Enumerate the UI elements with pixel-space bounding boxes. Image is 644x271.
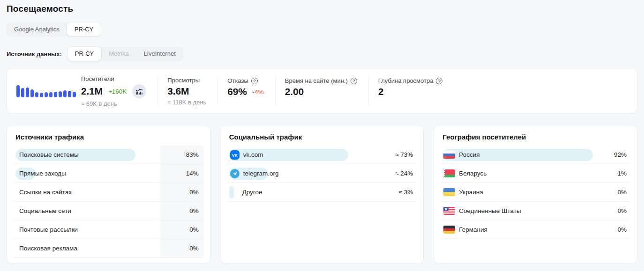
page-title: Посещаемость xyxy=(7,4,637,14)
source-percent: 14% xyxy=(160,164,203,183)
table-row: Украина 0% xyxy=(441,183,630,202)
sparkline-bar xyxy=(30,89,34,97)
provider-tab-group: Google Analytics PR-CY xyxy=(7,22,101,37)
metric-views-label: Просмотры xyxy=(167,77,206,84)
sparkline-bar xyxy=(26,88,29,97)
metric-bounces-label: Отказы xyxy=(227,77,248,84)
sparkline-bar xyxy=(35,92,38,97)
country-label: Соединенные Штаты xyxy=(455,207,521,214)
traffic-page: Посещаемость Google Analytics PR-CY Исто… xyxy=(0,4,644,264)
data-source-tab-group: PR-CY Metrika LiveInternet xyxy=(67,47,183,61)
source-label: Социальные сети xyxy=(15,207,71,214)
metric-visitors-sub: ≈ 69K в день xyxy=(81,100,146,107)
country-percent: 0% xyxy=(606,183,630,201)
metric-visitors: Посетители 2.1M +160K xyxy=(77,74,157,107)
metric-time-on-site: Время на сайте (мин.) ? 2.00 xyxy=(275,76,368,105)
source-percent: 83% xyxy=(160,146,203,164)
traffic-bar xyxy=(229,186,234,198)
open-chart-button[interactable] xyxy=(132,84,146,98)
source-percent: 0% xyxy=(160,202,203,220)
tab-google-analytics[interactable]: Google Analytics xyxy=(7,22,67,37)
metric-visitors-label: Посетители xyxy=(81,75,146,82)
social-label: vk.com xyxy=(240,151,263,158)
social-percent: ≈ 3% xyxy=(392,183,417,201)
data-source-row: Источник данных: PR-CY Metrika LiveInter… xyxy=(7,47,637,61)
metric-views-sub: ≈ 118K в день xyxy=(167,99,206,106)
source-percent: 0% xyxy=(160,239,203,257)
country-label: Германия xyxy=(455,226,487,233)
sparkline-bar xyxy=(73,92,76,97)
country-label: Россия xyxy=(455,151,479,158)
table-row: Прямые заходы 14% xyxy=(14,164,203,183)
sparkline-bar xyxy=(68,91,71,97)
tab-source-liveinternet[interactable]: LiveInternet xyxy=(136,47,183,61)
sparkline-bar xyxy=(54,92,57,97)
metric-time-value: 2.00 xyxy=(285,86,304,97)
tab-pr-cy[interactable]: PR-CY xyxy=(67,22,101,37)
visitors-sparkline xyxy=(16,84,76,97)
source-label: Ссылки на сайтах xyxy=(15,189,72,196)
table-row: Ссылки на сайтах 0% xyxy=(14,183,203,202)
metric-visitors-value: 2.1M xyxy=(81,86,103,97)
country-percent: 0% xyxy=(606,220,630,239)
source-percent: 0% xyxy=(160,220,203,239)
visitor-geography-card: География посетителей Россия 92% xyxy=(434,125,637,264)
source-label: Прямые заходы xyxy=(15,170,66,177)
flag-germany-icon xyxy=(443,226,455,234)
metric-bounces-delta: -4% xyxy=(253,88,264,95)
source-percent: 0% xyxy=(160,183,203,201)
help-icon[interactable]: ? xyxy=(351,78,357,84)
sparkline-bar xyxy=(59,91,62,97)
country-percent: 0% xyxy=(606,202,630,220)
provider-tabs-row: Google Analytics PR-CY xyxy=(7,22,637,37)
sparkline-bar xyxy=(63,90,67,97)
cards-grid: Источники трафика Поисковые системы 83% … xyxy=(7,125,637,264)
table-row: Поисковые системы 83% xyxy=(14,146,203,164)
sparkline-bar xyxy=(40,93,43,97)
help-icon[interactable]: ? xyxy=(436,78,442,84)
tab-source-pr-cy[interactable]: PR-CY xyxy=(67,47,101,61)
social-percent: ≈ 73% xyxy=(392,146,417,164)
metric-bounces-value: 69% xyxy=(227,86,247,97)
social-label: Другое xyxy=(239,189,262,196)
table-row: Соединенные Штаты 0% xyxy=(441,202,630,220)
social-traffic-title: Социальный трафик xyxy=(229,133,417,141)
stats-card: Посетители 2.1M +160K xyxy=(7,68,637,114)
table-row: VK vk.com ≈ 73% xyxy=(227,146,417,164)
traffic-sources-card: Источники трафика Поисковые системы 83% … xyxy=(7,125,210,264)
table-row: telegram.org ≈ 24% xyxy=(227,164,417,183)
metric-depth-value: 2 xyxy=(378,86,383,97)
table-row: Другое ≈ 3% xyxy=(227,183,417,202)
country-label: Беларусь xyxy=(455,170,487,177)
vk-icon: VK xyxy=(230,150,240,160)
traffic-sources-title: Источники трафика xyxy=(15,133,203,141)
metric-view-depth: Глубина просмотра ? 2 xyxy=(368,76,454,105)
help-icon[interactable]: ? xyxy=(251,78,258,84)
metric-views: Просмотры 3.6M ≈ 118K в день xyxy=(157,76,217,106)
source-label: Почтовые рассылки xyxy=(15,226,78,233)
sparkline-bar xyxy=(16,85,20,97)
country-label: Украина xyxy=(455,189,483,196)
tab-source-metrika[interactable]: Metrika xyxy=(101,47,136,61)
data-source-label: Источник данных: xyxy=(7,51,62,58)
country-percent: 1% xyxy=(606,164,630,183)
sparkline-bar xyxy=(49,92,52,97)
table-row: Почтовые рассылки 0% xyxy=(14,220,203,239)
country-percent: 92% xyxy=(606,146,630,164)
metric-time-label: Время на сайте (мин.) xyxy=(285,77,348,84)
flag-belarus-icon xyxy=(443,169,455,177)
source-label: Поисковая реклама xyxy=(15,245,77,252)
telegram-icon xyxy=(230,169,240,178)
sparkline-bar xyxy=(21,88,24,97)
table-row: Германия 0% xyxy=(441,220,630,239)
metric-views-value: 3.6M xyxy=(167,86,189,97)
source-label: Поисковые системы xyxy=(15,151,79,158)
svg-text:VK: VK xyxy=(232,153,238,157)
bar-chart-icon xyxy=(135,88,143,95)
table-row: Социальные сети 0% xyxy=(14,202,203,220)
flag-ukraine-icon xyxy=(443,188,455,196)
metric-bounces: Отказы ? 69% -4% xyxy=(217,76,275,105)
visitor-geography-title: География посетителей xyxy=(442,133,630,141)
table-row: Беларусь 1% xyxy=(441,164,630,183)
metric-visitors-delta: +160K xyxy=(108,88,127,95)
